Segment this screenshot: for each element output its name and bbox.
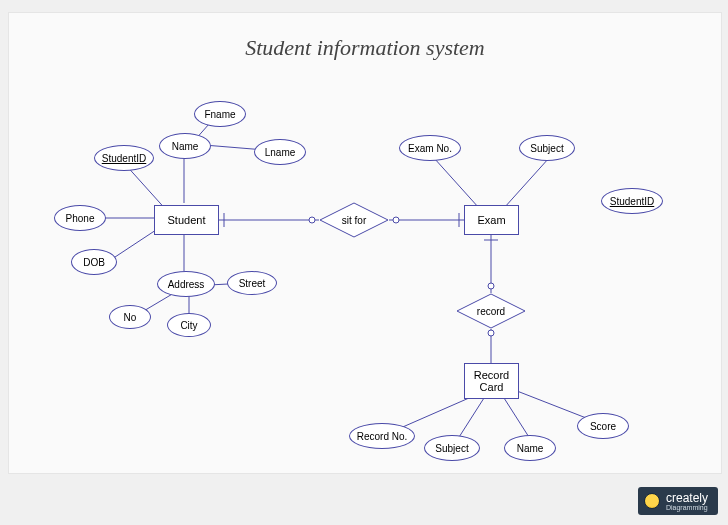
diagram-title: Student information system (9, 35, 721, 61)
attr-exam-no: Exam No. (399, 135, 461, 161)
entity-exam[interactable]: Exam (464, 205, 519, 235)
relationship-record-label: record (477, 306, 505, 317)
attr-dob: DOB (71, 249, 117, 275)
attr-name: Name (159, 133, 211, 159)
attr-lname: Lname (254, 139, 306, 165)
entity-student[interactable]: Student (154, 205, 219, 235)
relationship-sit-for-label: sit for (342, 215, 366, 226)
svg-point-21 (488, 283, 494, 289)
attr-address: Address (157, 271, 215, 297)
svg-line-3 (109, 228, 159, 261)
watermark-tagline: Diagramming (666, 504, 708, 511)
attr-address-street: Street (227, 271, 277, 295)
attr-record-score: Score (577, 413, 629, 439)
svg-point-14 (393, 217, 399, 223)
attr-exam-student-id: StudentID (601, 188, 663, 214)
diagram-canvas: Student information system (8, 12, 722, 474)
attr-student-id: StudentID (94, 145, 154, 171)
attr-address-city: City (167, 313, 211, 337)
svg-line-17 (504, 158, 549, 208)
attr-record-name: Name (504, 435, 556, 461)
svg-line-16 (434, 158, 479, 208)
watermark-brand: creately (666, 491, 708, 505)
creately-watermark: creately Diagramming (638, 487, 718, 515)
attr-exam-subject: Subject (519, 135, 575, 161)
svg-point-13 (309, 217, 315, 223)
connectors-layer (9, 13, 721, 473)
bulb-icon (644, 493, 660, 509)
attr-fname: Fname (194, 101, 246, 127)
relationship-sit-for[interactable]: sit for (319, 202, 389, 238)
attr-phone: Phone (54, 205, 106, 231)
attr-record-no: Record No. (349, 423, 415, 449)
relationship-record[interactable]: record (456, 293, 526, 329)
svg-point-22 (488, 330, 494, 336)
watermark-text: creately Diagramming (666, 491, 708, 511)
attr-address-no: No (109, 305, 151, 329)
attr-record-subject: Subject (424, 435, 480, 461)
entity-record-card[interactable]: Record Card (464, 363, 519, 399)
